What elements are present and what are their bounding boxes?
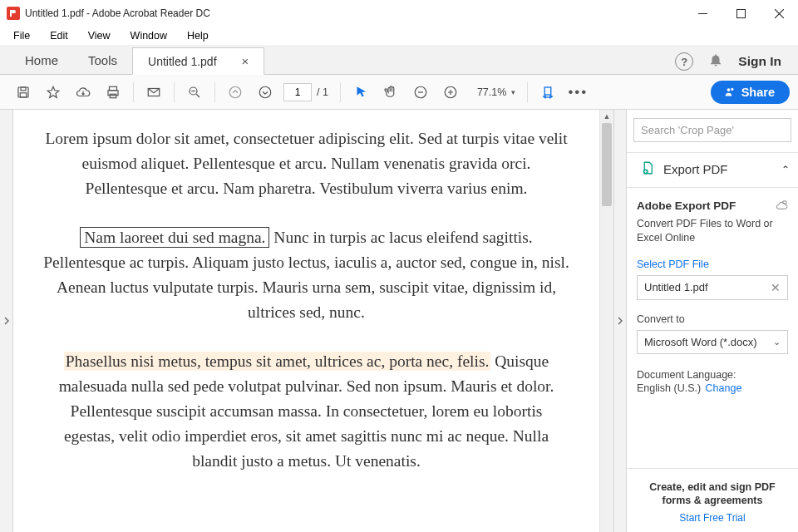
selected-file-box[interactable]: Untitled 1.pdf ✕ — [637, 275, 788, 300]
window-minimize-button[interactable] — [683, 0, 722, 27]
svg-rect-3 — [21, 87, 26, 91]
svg-rect-1 — [736, 9, 745, 17]
window-maximize-button[interactable] — [722, 0, 760, 27]
page-down-icon[interactable] — [250, 77, 280, 107]
chevron-down-icon: ⌄ — [773, 337, 781, 347]
export-pdf-title: Adobe Export PDF — [637, 200, 788, 212]
tools-search-input[interactable]: Search 'Crop Page' — [633, 118, 791, 142]
tab-tools[interactable]: Tools — [73, 47, 132, 74]
save-icon[interactable] — [8, 77, 38, 107]
app-icon — [7, 7, 20, 20]
fit-width-icon[interactable] — [533, 77, 563, 107]
tab-close-icon[interactable]: × — [242, 54, 249, 68]
document-language-value: English (U.S.) — [637, 382, 701, 394]
menu-view[interactable]: View — [80, 28, 119, 43]
window-title: Untitled 1.pdf - Adobe Acrobat Reader DC — [25, 7, 683, 19]
notifications-icon[interactable] — [708, 52, 723, 71]
svg-rect-14 — [545, 87, 552, 95]
tab-home[interactable]: Home — [10, 47, 73, 74]
paragraph-1: Lorem ipsum dolor sit amet, consectetuer… — [43, 126, 569, 202]
menu-file[interactable]: File — [5, 28, 38, 43]
hand-tool-icon[interactable] — [376, 77, 406, 107]
menu-help[interactable]: Help — [179, 28, 217, 43]
convert-to-dropdown[interactable]: Microsoft Word (*.docx) ⌄ — [637, 330, 788, 354]
convert-to-label: Convert to — [637, 313, 788, 325]
zoom-level-dropdown[interactable]: 77.1%▾ — [470, 85, 522, 100]
promo-text: Create, edit and sign PDF forms & agreem… — [635, 480, 790, 508]
svg-rect-4 — [20, 92, 27, 96]
export-pdf-section-header[interactable]: Export PDF ⌃ — [627, 152, 798, 188]
export-pdf-icon — [640, 160, 655, 178]
tab-document[interactable]: Untitled 1.pdf × — [132, 47, 264, 75]
page-up-icon[interactable] — [220, 77, 250, 107]
paragraph-3: Phasellus nisi metus, tempus sit amet, u… — [43, 349, 569, 475]
share-button[interactable]: Share — [711, 81, 790, 104]
start-free-trial-link[interactable]: Start Free Trial — [635, 512, 790, 524]
menu-window[interactable]: Window — [122, 28, 175, 43]
document-scrollbar[interactable]: ▲ — [599, 110, 613, 532]
zoom-level-value: 77.1% — [477, 86, 506, 98]
export-pdf-label: Export PDF — [663, 162, 773, 176]
help-icon[interactable]: ? — [675, 52, 693, 71]
svg-point-16 — [731, 88, 733, 91]
signin-link[interactable]: Sign In — [738, 54, 781, 69]
find-icon[interactable] — [180, 77, 209, 107]
convert-to-value: Microsoft Word (*.docx) — [644, 336, 757, 348]
page-total: / 1 — [317, 86, 328, 98]
cloud-icon[interactable] — [68, 77, 98, 107]
export-pdf-subtitle: Convert PDF Files to Word or Excel Onlin… — [637, 217, 788, 245]
print-icon[interactable] — [98, 77, 128, 107]
svg-rect-7 — [110, 94, 116, 98]
share-label: Share — [741, 86, 775, 99]
email-icon[interactable] — [139, 77, 169, 107]
star-icon[interactable] — [38, 77, 68, 107]
clear-file-icon[interactable]: ✕ — [771, 281, 781, 294]
document-page: Lorem ipsum dolor sit amet, consectetuer… — [13, 110, 599, 532]
zoom-in-icon[interactable] — [436, 77, 466, 107]
selected-text: Nam laoreet dui sed magna. — [80, 227, 269, 248]
chevron-up-icon: ⌃ — [781, 164, 790, 175]
scroll-up-icon[interactable]: ▲ — [600, 110, 613, 123]
svg-point-10 — [229, 86, 241, 98]
select-file-label: Select PDF File — [637, 259, 788, 270]
select-tool-icon[interactable] — [346, 77, 376, 107]
zoom-out-icon[interactable] — [406, 77, 436, 107]
window-close-button[interactable] — [760, 0, 798, 27]
left-pane-toggle[interactable] — [0, 110, 13, 532]
page-number-input[interactable] — [283, 83, 312, 101]
tab-document-label: Untitled 1.pdf — [148, 55, 217, 68]
more-tools-icon[interactable]: ••• — [563, 77, 593, 107]
svg-point-15 — [727, 88, 730, 91]
chevron-down-icon: ▾ — [511, 88, 515, 96]
cloud-small-icon[interactable] — [776, 200, 788, 214]
right-pane-toggle[interactable] — [613, 110, 627, 532]
menubar: File Edit View Window Help — [0, 27, 798, 45]
svg-point-11 — [259, 86, 271, 98]
selected-file-name: Untitled 1.pdf — [644, 281, 708, 293]
menu-edit[interactable]: Edit — [42, 28, 76, 43]
highlighted-text: Phasellus nisi metus, tempus sit amet, u… — [64, 352, 491, 371]
svg-rect-5 — [110, 86, 117, 91]
document-language-label: Document Language: — [637, 369, 788, 381]
paragraph-2: Nam laoreet dui sed magna. Nunc in turpi… — [43, 225, 569, 326]
scrollbar-thumb[interactable] — [602, 123, 612, 206]
change-language-link[interactable]: Change — [706, 382, 742, 394]
